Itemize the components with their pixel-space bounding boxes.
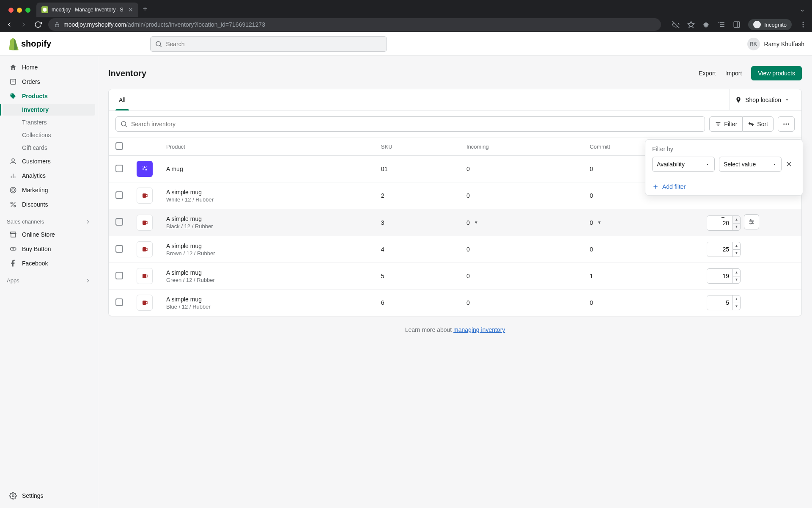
quantity-stepper[interactable]: ▲▼ bbox=[707, 215, 741, 231]
nav-discounts[interactable]: Discounts bbox=[3, 198, 95, 211]
nav-settings[interactable]: Settings bbox=[3, 489, 95, 502]
quantity-input[interactable] bbox=[707, 242, 732, 257]
svg-point-10 bbox=[803, 26, 804, 28]
channel-buy-button[interactable]: Buy Button bbox=[3, 242, 95, 256]
side-panel-icon[interactable] bbox=[733, 21, 741, 28]
svg-point-15 bbox=[11, 94, 12, 95]
adjust-button[interactable] bbox=[744, 214, 759, 229]
svg-point-43 bbox=[752, 221, 753, 223]
managing-inventory-link[interactable]: managing inventory bbox=[453, 326, 505, 333]
nav-customers[interactable]: Customers bbox=[3, 155, 95, 168]
table-row[interactable]: A simple mugGreen / 12 / Rubber501▲▼ bbox=[109, 263, 801, 290]
import-button[interactable]: Import bbox=[725, 70, 742, 77]
table-row[interactable]: A simple mugBlack / 12 / Rubber30▼0▼▲▼ bbox=[109, 209, 801, 236]
window-maximize[interactable] bbox=[25, 8, 30, 13]
user-menu[interactable]: RK Ramy Khuffash bbox=[747, 38, 804, 50]
nav-marketing[interactable]: Marketing bbox=[3, 183, 95, 197]
select-all-checkbox[interactable] bbox=[115, 142, 123, 150]
reload-button[interactable] bbox=[34, 21, 42, 28]
stepper-down-icon[interactable]: ▼ bbox=[733, 276, 740, 284]
global-search[interactable] bbox=[150, 36, 387, 52]
nav-inventory[interactable]: Inventory bbox=[3, 104, 95, 116]
filter-value-select[interactable]: Select value bbox=[719, 157, 782, 172]
row-checkbox[interactable] bbox=[115, 218, 123, 226]
col-incoming[interactable]: Incoming bbox=[460, 138, 583, 156]
more-actions-button[interactable] bbox=[778, 116, 795, 132]
col-sku[interactable]: SKU bbox=[374, 138, 460, 156]
stepper-up-icon[interactable]: ▲ bbox=[733, 242, 740, 250]
nav-products[interactable]: Products bbox=[3, 89, 95, 103]
stepper-down-icon[interactable]: ▼ bbox=[733, 303, 740, 310]
window-close[interactable] bbox=[8, 8, 14, 13]
new-tab-button[interactable]: + bbox=[143, 5, 147, 14]
location-pin-icon bbox=[735, 97, 742, 103]
reading-list-icon[interactable] bbox=[718, 21, 725, 28]
nav-orders[interactable]: Orders bbox=[3, 75, 95, 88]
svg-rect-47 bbox=[143, 301, 146, 305]
svg-line-22 bbox=[11, 202, 16, 207]
app-topbar: shopify RK Ramy Khuffash bbox=[0, 32, 812, 56]
shopify-logo[interactable]: shopify bbox=[8, 38, 51, 50]
global-search-input[interactable] bbox=[166, 41, 382, 47]
add-filter-button[interactable]: Add filter bbox=[645, 178, 803, 195]
row-checkbox[interactable] bbox=[115, 191, 123, 199]
row-checkbox[interactable] bbox=[115, 245, 123, 253]
address-bar[interactable]: moodjoy.myshopify.com/admin/products/inv… bbox=[48, 18, 661, 31]
incognito-badge[interactable]: Incognito bbox=[748, 19, 792, 30]
tab-all[interactable]: All bbox=[115, 89, 129, 110]
extensions-icon[interactable] bbox=[702, 21, 710, 28]
stepper-up-icon[interactable]: ▲ bbox=[733, 295, 740, 303]
nav-transfers[interactable]: Transfers bbox=[3, 116, 95, 128]
sort-button[interactable]: Sort bbox=[742, 116, 774, 132]
inventory-search[interactable] bbox=[115, 116, 705, 132]
star-icon[interactable] bbox=[687, 21, 695, 28]
stepper-up-icon[interactable]: ▲ bbox=[733, 216, 740, 224]
export-button[interactable]: Export bbox=[699, 70, 716, 77]
stepper-down-icon[interactable]: ▼ bbox=[733, 250, 740, 257]
kebab-menu-icon[interactable] bbox=[799, 21, 807, 28]
location-selector[interactable]: Shop location bbox=[730, 89, 795, 110]
svg-line-30 bbox=[125, 125, 126, 127]
inventory-search-input[interactable] bbox=[131, 121, 700, 127]
channel-online-store[interactable]: Online Store bbox=[3, 228, 95, 241]
row-checkbox[interactable] bbox=[115, 272, 123, 279]
quantity-stepper[interactable]: ▲▼ bbox=[707, 242, 741, 257]
channel-facebook[interactable]: Facebook bbox=[3, 257, 95, 270]
stepper-up-icon[interactable]: ▲ bbox=[733, 269, 740, 276]
apps-header[interactable]: Apps bbox=[0, 271, 98, 286]
sort-icon bbox=[748, 121, 754, 127]
forward-button[interactable] bbox=[19, 21, 28, 28]
svg-point-35 bbox=[786, 124, 787, 125]
quantity-input[interactable] bbox=[707, 269, 732, 283]
row-checkbox[interactable] bbox=[115, 298, 123, 306]
view-products-button[interactable]: View products bbox=[751, 66, 802, 80]
incoming-cell: 0 bbox=[460, 263, 583, 290]
table-row[interactable]: A simple mugBrown / 12 / Rubber400▲▼ bbox=[109, 236, 801, 263]
row-checkbox[interactable] bbox=[115, 165, 123, 172]
filter-remove-button[interactable]: ✕ bbox=[786, 160, 792, 169]
svg-point-16 bbox=[12, 159, 14, 161]
filter-field-select[interactable]: Availability bbox=[652, 157, 715, 172]
filter-button[interactable]: Filter bbox=[709, 116, 742, 132]
stepper-down-icon[interactable]: ▼ bbox=[733, 224, 740, 231]
sales-channels-header[interactable]: Sales channels bbox=[0, 212, 98, 227]
col-product[interactable]: Product bbox=[159, 138, 374, 156]
lock-icon bbox=[54, 22, 60, 28]
nav-collections[interactable]: Collections bbox=[3, 129, 95, 141]
back-button[interactable] bbox=[5, 21, 14, 28]
caret-down-icon[interactable]: ▼ bbox=[597, 220, 601, 225]
close-tab-icon[interactable]: ✕ bbox=[128, 6, 133, 13]
table-row[interactable]: A simple mugBlue / 12 / Rubber600▲▼ bbox=[109, 290, 801, 316]
quantity-stepper[interactable]: ▲▼ bbox=[707, 268, 741, 284]
quantity-stepper[interactable]: ▲▼ bbox=[707, 295, 741, 310]
nav-analytics[interactable]: Analytics bbox=[3, 169, 95, 182]
eye-off-icon[interactable] bbox=[672, 21, 680, 28]
quantity-input[interactable] bbox=[707, 216, 732, 230]
window-minimize[interactable] bbox=[17, 8, 22, 13]
nav-gift-cards[interactable]: Gift cards bbox=[3, 142, 95, 154]
browser-tab[interactable]: moodjoy · Manage Inventory · S ✕ bbox=[36, 3, 138, 17]
caret-down-icon[interactable]: ▼ bbox=[474, 220, 478, 225]
tabs-menu-icon[interactable] bbox=[799, 8, 805, 14]
nav-home[interactable]: Home bbox=[3, 61, 95, 74]
quantity-input[interactable] bbox=[707, 295, 732, 310]
